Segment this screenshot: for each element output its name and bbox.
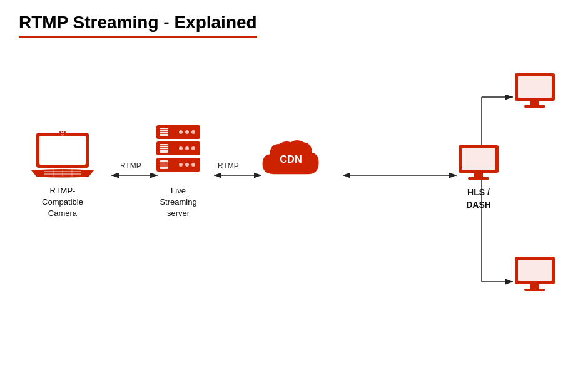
monitor-top-icon (513, 72, 557, 110)
svg-rect-50 (462, 148, 495, 170)
camera-label: RTMP-CompatibleCamera (42, 185, 83, 220)
monitor-middle-icon (457, 144, 500, 182)
svg-rect-33 (160, 144, 168, 153)
svg-rect-51 (474, 173, 483, 177)
svg-point-37 (179, 146, 183, 150)
cdn-node: CDN (260, 135, 322, 185)
diagram: RTMP RTMP RTMP- (19, 50, 569, 369)
svg-rect-15 (39, 136, 86, 165)
svg-rect-60 (524, 289, 545, 291)
svg-rect-58 (518, 260, 552, 281)
server-icon (153, 124, 203, 180)
arrow-label-rtmp-1: RTMP (120, 162, 141, 170)
svg-rect-59 (530, 284, 539, 289)
svg-point-47 (191, 163, 195, 167)
svg-text:CDN: CDN (280, 153, 302, 165)
monitor-top-node (513, 72, 557, 110)
svg-point-46 (185, 163, 189, 167)
server-label: LiveStreamingserver (160, 185, 196, 220)
svg-point-30 (185, 130, 189, 134)
svg-rect-41 (160, 160, 168, 169)
svg-point-18 (62, 131, 64, 133)
svg-point-38 (185, 146, 189, 150)
svg-point-29 (179, 130, 183, 134)
laptop-icon (31, 131, 94, 180)
monitor-bottom-icon (513, 255, 557, 293)
svg-rect-54 (518, 76, 552, 98)
page-title: RTMP Streaming - Explained (19, 13, 257, 38)
monitor-bottom-node (513, 255, 557, 293)
server-node: LiveStreamingserver (153, 124, 203, 220)
svg-rect-25 (160, 128, 168, 136)
arrow-label-rtmp-2: RTMP (218, 162, 239, 170)
camera-node: RTMP-CompatibleCamera (31, 131, 94, 220)
monitor-middle-node: HLS /DASH (457, 144, 500, 211)
svg-rect-55 (530, 101, 539, 105)
svg-point-39 (191, 146, 195, 150)
cloud-icon: CDN (260, 135, 322, 185)
svg-point-45 (179, 163, 183, 167)
svg-rect-56 (524, 105, 545, 108)
svg-rect-52 (468, 177, 489, 180)
svg-point-31 (191, 130, 195, 134)
page: RTMP Streaming - Explained (0, 0, 588, 375)
hls-dash-label: HLS /DASH (466, 187, 491, 211)
